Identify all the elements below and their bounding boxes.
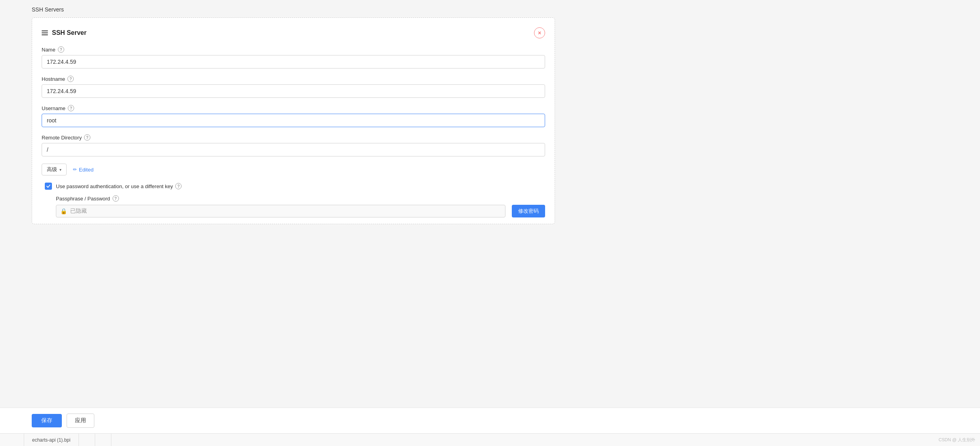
tab-item-2[interactable]: echarts-api (1).bpi [24,434,79,446]
checkbox-row: Use password authentication, or use a di… [45,183,545,190]
tab-item-1[interactable] [8,434,24,446]
passphrase-group: Passphrase / Password ? 🔒 已隐藏 修改密码 [56,195,545,217]
change-password-button[interactable]: 修改密码 [512,205,545,217]
save-button[interactable]: 保存 [32,414,62,427]
remote-directory-label: Remote Directory ? [42,134,545,141]
close-button[interactable]: × [534,27,545,38]
chevron-down-icon: ▾ [59,168,61,172]
username-help-icon[interactable]: ? [68,105,74,111]
use-password-label: Use password authentication, or use a di… [56,183,182,189]
ssh-server-card: SSH Server × Name ? Hostname ? Username … [32,17,555,224]
passphrase-label: Passphrase / Password ? [56,195,545,202]
footer-bar: 保存 应用 [0,408,980,433]
name-group: Name ? [42,46,545,69]
hostname-input[interactable] [42,84,545,98]
password-field-wrapper: 🔒 已隐藏 [56,205,505,217]
remote-directory-input[interactable] [42,143,545,156]
auth-help-icon[interactable]: ? [175,183,182,189]
use-password-checkbox[interactable] [45,183,52,190]
username-group: Username ? [42,105,545,127]
hostname-help-icon[interactable]: ? [67,76,74,82]
hostname-label: Hostname ? [42,76,545,82]
remote-directory-help-icon[interactable]: ? [84,134,90,141]
lock-icon: 🔒 [60,208,67,214]
bottom-tabs-bar: echarts-api (1).bpi [0,433,980,446]
page-title: SSH Servers [32,6,948,13]
advanced-row: 高级 ▾ ✏ Edited [42,164,545,175]
passphrase-help-icon[interactable]: ? [113,195,119,202]
name-help-icon[interactable]: ? [58,46,64,53]
remote-directory-group: Remote Directory ? [42,134,545,156]
hamburger-icon[interactable] [42,30,48,35]
password-row: 🔒 已隐藏 修改密码 [56,205,545,217]
card-title: SSH Server [52,29,86,36]
watermark: CSDN @ 人生别外 [939,437,975,443]
pencil-icon: ✏ [73,167,77,172]
edited-badge: ✏ Edited [73,167,94,173]
username-label: Username ? [42,105,545,111]
card-header: SSH Server × [42,27,545,38]
name-label: Name ? [42,46,545,53]
tab-item-3[interactable] [79,434,95,446]
tab-item-4[interactable] [95,434,111,446]
hostname-group: Hostname ? [42,76,545,98]
username-input[interactable] [42,114,545,127]
card-title-group: SSH Server [42,29,86,36]
apply-button[interactable]: 应用 [67,414,94,428]
advanced-button[interactable]: 高级 ▾ [42,164,67,175]
auth-section: Use password authentication, or use a di… [42,183,545,217]
hidden-password-text: 已隐藏 [70,208,501,215]
name-input[interactable] [42,55,545,69]
